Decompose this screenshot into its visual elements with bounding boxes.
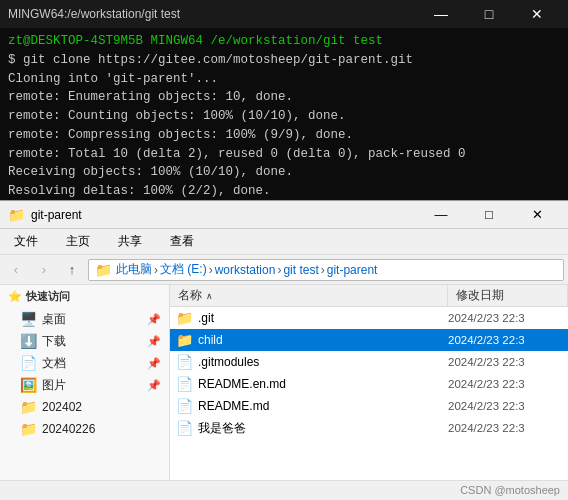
terminal-line-7: Resolving deltas: 100% (2/2), done. (8, 182, 560, 200)
breadcrumb-git-parent[interactable]: git-parent (327, 263, 378, 277)
nav-back-button[interactable]: ‹ (4, 258, 28, 282)
pin-icon-0: 📌 (147, 313, 161, 326)
maximize-button[interactable]: □ (466, 0, 512, 28)
sidebar-item-documents[interactable]: 📄 文档 📌 (0, 352, 169, 374)
menu-share[interactable]: 共享 (112, 231, 148, 252)
explorer-statusbar: CSDN @motosheep (0, 480, 568, 500)
explorer-maximize-button[interactable]: □ (466, 204, 512, 226)
explorer-sidebar: ⭐ 快速访问 🖥️ 桌面 📌 ⬇️ 下载 📌 📄 文档 📌 🖼️ 图片 (0, 285, 170, 480)
file-name-child: child (194, 333, 448, 347)
file-date-gitmodules: 2024/2/23 22:3 (448, 356, 568, 368)
sidebar-item-202402[interactable]: 📁 202402 (0, 396, 169, 418)
terminal-line-3: remote: Counting objects: 100% (10/10), … (8, 107, 560, 126)
file-row-child[interactable]: 📁 child 2024/2/23 22:3 (170, 329, 568, 351)
col-header-date[interactable]: 修改日期 (448, 285, 568, 306)
terminal-controls: — □ ✕ (418, 0, 560, 28)
explorer-navbar: ‹ › ↑ 📁 此电脑 › 文档 (E:) › workstation › gi… (0, 255, 568, 285)
file-row-readme[interactable]: 📄 README.md 2024/2/23 22:3 (170, 395, 568, 417)
file-icon-gitmodules: 📄 (174, 354, 194, 370)
file-name-baba: 我是爸爸 (194, 420, 448, 437)
terminal-line-prompt1: zt@DESKTOP-4ST9M5B MINGW64 /e/workstatio… (8, 32, 560, 51)
breadcrumb-workstation[interactable]: workstation (215, 263, 276, 277)
sidebar-quick-access-title: ⭐ 快速访问 (0, 285, 169, 308)
file-date-baba: 2024/2/23 22:3 (448, 422, 568, 434)
sidebar-item-pictures[interactable]: 🖼️ 图片 📌 (0, 374, 169, 396)
explorer-filelist: 名称 ∧ 修改日期 📁 .git 2024/2/23 22:3 📁 child … (170, 285, 568, 480)
explorer-main: ⭐ 快速访问 🖥️ 桌面 📌 ⬇️ 下载 📌 📄 文档 📌 🖼️ 图片 (0, 285, 568, 480)
explorer-minimize-button[interactable]: — (418, 204, 464, 226)
breadcrumb-git-test[interactable]: git test (283, 263, 318, 277)
file-name-readme-en: README.en.md (194, 377, 448, 391)
breadcrumb-documents[interactable]: 文档 (E:) (160, 261, 207, 278)
explorer-titlebar: 📁 git-parent — □ ✕ (0, 201, 568, 229)
minimize-button[interactable]: — (418, 0, 464, 28)
file-date-git: 2024/2/23 22:3 (448, 312, 568, 324)
terminal-line-2: remote: Enumerating objects: 10, done. (8, 88, 560, 107)
folder-icon-4: 📁 (20, 399, 36, 415)
close-button[interactable]: ✕ (514, 0, 560, 28)
file-date-child: 2024/2/23 22:3 (448, 334, 568, 346)
menu-view[interactable]: 查看 (164, 231, 200, 252)
pictures-icon: 🖼️ (20, 377, 36, 393)
file-row-gitmodules[interactable]: 📄 .gitmodules 2024/2/23 22:3 (170, 351, 568, 373)
terminal-line-cmd1: $ git clone https://gitee.com/motosheep/… (8, 51, 560, 70)
sort-arrow: ∧ (206, 291, 213, 301)
menu-file[interactable]: 文件 (8, 231, 44, 252)
file-icon-readme: 📄 (174, 398, 194, 414)
terminal-titlebar: MINGW64:/e/workstation/git test — □ ✕ (0, 0, 568, 28)
pin-icon-3: 📌 (147, 379, 161, 392)
explorer-window-title: git-parent (31, 208, 82, 222)
nav-forward-button[interactable]: › (32, 258, 56, 282)
terminal-body: zt@DESKTOP-4ST9M5B MINGW64 /e/workstatio… (0, 28, 568, 200)
file-name-readme: README.md (194, 399, 448, 413)
breadcrumb-computer[interactable]: 此电脑 (116, 261, 152, 278)
file-row-baba[interactable]: 📄 我是爸爸 2024/2/23 22:3 (170, 417, 568, 439)
file-date-readme: 2024/2/23 22:3 (448, 400, 568, 412)
terminal-line-5: remote: Total 10 (delta 2), reused 0 (de… (8, 145, 560, 164)
sidebar-item-20240226[interactable]: 📁 20240226 (0, 418, 169, 440)
terminal-line-1: Cloning into 'git-parent'... (8, 70, 560, 89)
col-header-name[interactable]: 名称 ∧ (170, 285, 448, 306)
folder-icon-5: 📁 (20, 421, 36, 437)
terminal-window: MINGW64:/e/workstation/git test — □ ✕ zt… (0, 0, 568, 200)
nav-up-button[interactable]: ↑ (60, 258, 84, 282)
explorer-menubar: 文件 主页 共享 查看 (0, 229, 568, 255)
file-row-git[interactable]: 📁 .git 2024/2/23 22:3 (170, 307, 568, 329)
pin-icon-1: 📌 (147, 335, 161, 348)
folder-icon: 📁 (174, 310, 194, 326)
file-name-gitmodules: .gitmodules (194, 355, 448, 369)
explorer-window: 📁 git-parent — □ ✕ 文件 主页 共享 查看 ‹ › ↑ 📁 此… (0, 200, 568, 500)
terminal-line-4: remote: Compressing objects: 100% (9/9),… (8, 126, 560, 145)
folder-icon-child: 📁 (174, 332, 194, 348)
terminal-title: MINGW64:/e/workstation/git test (8, 7, 418, 21)
file-icon-baba: 📄 (174, 420, 194, 436)
watermark: CSDN @motosheep (460, 484, 560, 496)
file-icon-readme-en: 📄 (174, 376, 194, 392)
file-row-readme-en[interactable]: 📄 README.en.md 2024/2/23 22:3 (170, 373, 568, 395)
explorer-close-button[interactable]: ✕ (514, 204, 560, 226)
file-date-readme-en: 2024/2/23 22:3 (448, 378, 568, 390)
desktop-icon: 🖥️ (20, 311, 36, 327)
pin-icon-2: 📌 (147, 357, 161, 370)
sidebar-item-downloads[interactable]: ⬇️ 下载 📌 (0, 330, 169, 352)
file-name-git: .git (194, 311, 448, 325)
filelist-header: 名称 ∧ 修改日期 (170, 285, 568, 307)
breadcrumb-bar: 📁 此电脑 › 文档 (E:) › workstation › git test… (88, 259, 564, 281)
sidebar-item-desktop[interactable]: 🖥️ 桌面 📌 (0, 308, 169, 330)
menu-home[interactable]: 主页 (60, 231, 96, 252)
terminal-line-6: Receiving objects: 100% (10/10), done. (8, 163, 560, 182)
downloads-icon: ⬇️ (20, 333, 36, 349)
documents-icon: 📄 (20, 355, 36, 371)
